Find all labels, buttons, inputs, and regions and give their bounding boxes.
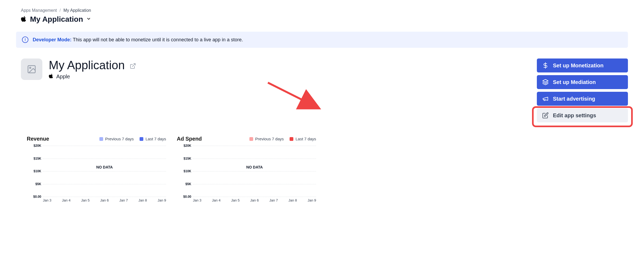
apple-icon xyxy=(21,16,27,23)
breadcrumb-root[interactable]: Apps Management xyxy=(21,8,57,13)
start-advertising-button[interactable]: Start advertising xyxy=(537,92,628,106)
app-switcher-title: My Application xyxy=(30,15,83,24)
app-icon-placeholder xyxy=(21,58,42,80)
swatch-icon xyxy=(140,137,143,141)
svg-point-1 xyxy=(30,67,31,69)
banner-label: Developer Mode: xyxy=(33,37,72,42)
megaphone-icon xyxy=(542,96,549,102)
info-icon: ! xyxy=(22,36,28,43)
setup-monetization-label: Set up Monetization xyxy=(553,63,604,69)
external-link-icon[interactable] xyxy=(130,58,136,72)
app-header: My Application Apple xyxy=(16,58,136,80)
svg-line-2 xyxy=(132,64,135,67)
edit-app-settings-button[interactable]: Edit app settings xyxy=(537,108,628,122)
layers-icon xyxy=(542,79,549,85)
no-data-label: NO DATA xyxy=(43,165,166,169)
svg-marker-4 xyxy=(543,79,548,82)
apple-icon xyxy=(49,74,54,80)
swatch-icon xyxy=(290,137,293,141)
revenue-chart-title: Revenue xyxy=(27,136,49,142)
setup-monetization-button[interactable]: Set up Monetization xyxy=(537,58,628,72)
start-advertising-label: Start advertising xyxy=(553,96,595,102)
app-platform: Apple xyxy=(56,74,70,80)
breadcrumb: Apps Management / My Application xyxy=(16,8,628,13)
edit-icon xyxy=(542,112,549,119)
banner-message: This app will not be able to monetize un… xyxy=(73,37,243,42)
no-data-label: NO DATA xyxy=(193,165,316,169)
swatch-icon xyxy=(249,137,253,141)
setup-mediation-label: Set up Mediation xyxy=(553,79,596,85)
setup-mediation-button[interactable]: Set up Mediation xyxy=(537,75,628,89)
legend-previous-7-days: Previous 7 days xyxy=(99,137,134,141)
revenue-chart: Revenue Previous 7 days Last 7 days $20K… xyxy=(27,136,166,202)
adspend-chart-title: Ad Spend xyxy=(177,136,202,142)
breadcrumb-current: My Application xyxy=(63,8,91,13)
legend-previous-7-days: Previous 7 days xyxy=(249,137,284,141)
breadcrumb-separator: / xyxy=(59,8,61,13)
app-name: My Application xyxy=(49,58,125,72)
svg-line-5 xyxy=(268,83,316,107)
adspend-chart: Ad Spend Previous 7 days Last 7 days $20… xyxy=(177,136,316,202)
dollar-icon xyxy=(542,62,549,69)
chevron-down-icon xyxy=(86,16,91,22)
legend-last-7-days: Last 7 days xyxy=(140,137,166,141)
app-switcher[interactable]: My Application xyxy=(16,15,628,24)
annotation-arrow xyxy=(265,80,324,112)
action-buttons: Set up Monetization Set up Mediation Sta… xyxy=(537,58,628,122)
edit-app-settings-label: Edit app settings xyxy=(553,112,596,119)
legend-last-7-days: Last 7 days xyxy=(290,137,316,141)
adspend-chart-area: $20K $15K $10K $5K $0.00 NO DATA xyxy=(177,146,316,197)
revenue-chart-area: $20K $15K $10K $5K $0.00 NO DATA xyxy=(27,146,166,197)
swatch-icon xyxy=(99,137,103,141)
developer-mode-banner: ! Developer Mode: This app will not be a… xyxy=(16,32,628,48)
